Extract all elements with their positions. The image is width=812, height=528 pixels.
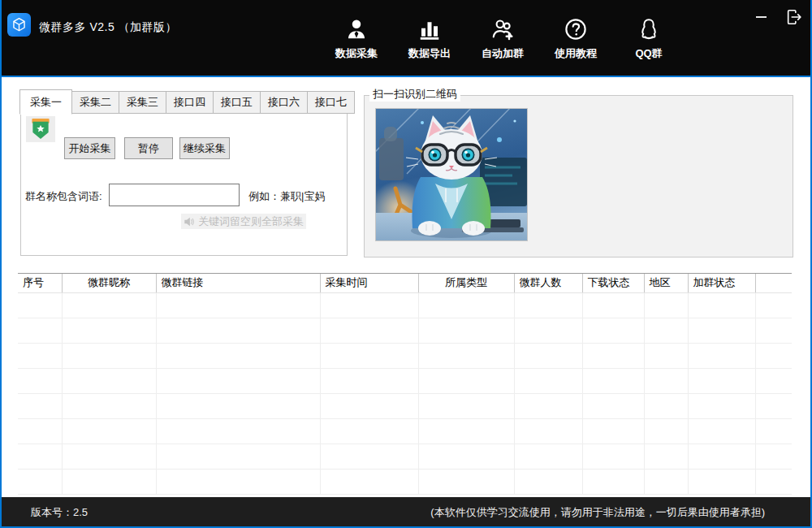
table-cell [688,393,755,418]
main-toolbar: 数据采集 数据导出 [331,17,674,61]
table-cell [156,368,320,393]
table-cell [18,368,62,393]
keyword-example: 例如：兼职|宝妈 [248,189,325,204]
table-cell [644,318,688,343]
table-cell [62,393,156,418]
window-controls [750,6,806,28]
table-cell [644,292,688,318]
table-cell [418,393,514,418]
table-cell [156,292,320,318]
table-row [18,469,792,494]
table-cell [418,318,514,343]
toolbar-item-tutorial[interactable]: 使用教程 [551,17,601,61]
table-cell [62,343,156,368]
col-header-join-status[interactable]: 加群状态 [688,274,755,292]
col-header-download-status[interactable]: 下载状态 [582,274,644,292]
tab-jiekou-4[interactable]: 接口四 [166,91,214,114]
col-header-category[interactable]: 所属类型 [418,274,514,292]
keyword-hint: 关键词留空则全部采集 [181,214,306,229]
user-add-icon [490,17,515,41]
table-cell [755,444,792,469]
table-cell [320,469,418,494]
table-cell [320,343,418,368]
tab-caiji-2[interactable]: 采集二 [71,91,119,114]
table-cell [320,292,418,318]
table-body [18,292,792,494]
tab-jiekou-6[interactable]: 接口六 [260,91,308,114]
table-cell [688,318,755,343]
table-cell [755,292,792,318]
qq-penguin-icon [637,17,661,41]
table-cell [644,393,688,418]
table-row [18,444,792,469]
tab-jiekou-5[interactable]: 接口五 [213,91,261,114]
col-header-member-count[interactable]: 微群人数 [514,274,582,292]
start-collect-button[interactable]: 开始采集 [64,137,115,159]
table-cell [62,292,156,318]
table-cell [688,292,755,318]
toolbar-item-qq-group[interactable]: QQ群 [624,17,674,61]
table-cell [418,418,514,444]
table-cell [514,418,582,444]
table-cell [18,444,62,469]
toolbar-item-data-export[interactable]: 数据导出 [404,17,455,61]
toolbar-item-data-collect[interactable]: 数据采集 [331,17,382,61]
table-cell [582,368,644,393]
table-cell [582,393,644,418]
table-cell [320,444,418,469]
logout-icon [785,8,803,26]
table-cell [418,469,514,494]
pause-button[interactable]: 暂停 [124,137,173,159]
title-bar: 微群多多 V2.5 （加群版） 数据采集 数据导出 [0,0,812,77]
table-cell [156,469,320,494]
table-cell [18,469,62,494]
toolbar-label: 自动加群 [482,46,524,61]
table-cell [514,292,582,318]
version-text: 版本号：2.5 [31,505,88,520]
exit-button[interactable] [783,6,806,28]
resume-collect-button[interactable]: 继续采集 [179,137,230,159]
toolbar-item-auto-join[interactable]: 自动加群 [477,17,528,61]
table-cell [156,418,320,444]
table-cell [514,368,582,393]
col-header-group-name[interactable]: 微群昵称 [62,274,156,292]
table-cell [62,469,156,494]
table-row [18,343,792,368]
table-cell [582,343,644,368]
table-cell [156,343,320,368]
keyword-hint-text: 关键词留空则全部采集 [198,214,304,229]
question-icon [564,17,588,41]
badge-tile [26,116,55,142]
col-header-region[interactable]: 地区 [644,274,688,292]
table-cell [320,368,418,393]
toolbar-label: 数据采集 [335,46,378,61]
table-cell [688,444,755,469]
table-cell [418,292,514,318]
table-cell [320,418,418,444]
status-bar: 版本号：2.5 (本软件仅供学习交流使用，请勿用于非法用途，一切后果由使用者承担… [0,497,812,528]
table-cell [644,469,688,494]
tab-jiekou-7[interactable]: 接口七 [307,91,355,114]
table-row [18,292,792,318]
table-cell [156,393,320,418]
col-header-index[interactable]: 序号 [18,274,62,292]
table-cell [514,469,582,494]
app-logo-icon [7,13,31,37]
table-cell [755,343,792,368]
table-row [18,393,792,418]
table-cell [18,393,62,418]
table-cell [582,418,644,444]
table-row [18,418,792,444]
table-cell [18,418,62,444]
minimize-button[interactable] [750,7,771,27]
col-header-group-link[interactable]: 微群链接 [156,274,320,292]
table-cell [514,444,582,469]
tab-caiji-1[interactable]: 采集一 [19,89,72,115]
table-cell [62,418,156,444]
tab-caiji-3[interactable]: 采集三 [119,91,166,114]
col-header-collect-time[interactable]: 采集时间 [320,274,418,292]
toolbar-label: 使用教程 [555,46,597,61]
keyword-input[interactable] [109,184,240,206]
table-cell [582,444,644,469]
table-row [18,368,792,393]
